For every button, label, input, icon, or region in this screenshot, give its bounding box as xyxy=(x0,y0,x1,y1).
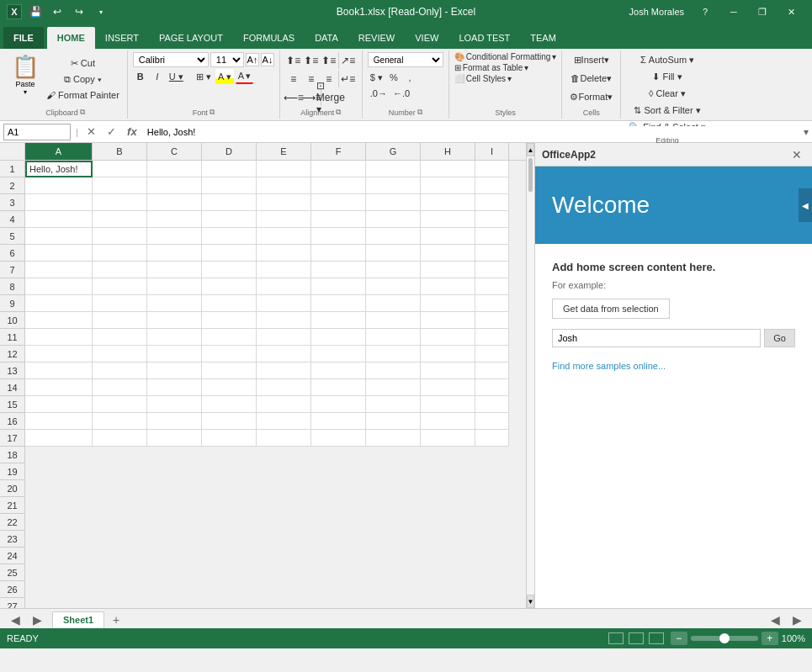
side-panel-input[interactable] xyxy=(552,329,761,347)
tab-review[interactable]: REVIEW xyxy=(348,27,405,49)
insert-function-btn[interactable]: fx xyxy=(124,124,141,140)
decrease-indent-btn[interactable]: ⟵≡ xyxy=(285,89,302,106)
row-header-20[interactable]: 20 xyxy=(0,480,25,497)
fill-color-btn[interactable]: A ▾ xyxy=(215,69,234,84)
tab-formulas[interactable]: FORMULAS xyxy=(233,27,305,49)
tab-data[interactable]: DATA xyxy=(305,27,348,49)
row-header-14[interactable]: 14 xyxy=(0,379,25,396)
increase-dec-btn[interactable]: .0→ xyxy=(368,86,390,101)
row-header-22[interactable]: 22 xyxy=(0,514,25,531)
comma-btn[interactable]: , xyxy=(402,70,417,85)
scroll-thumb[interactable] xyxy=(528,158,533,192)
row-header-1[interactable]: 1 xyxy=(0,161,25,177)
tab-file[interactable]: FILE xyxy=(3,27,44,49)
row-header-9[interactable]: 9 xyxy=(0,295,25,312)
insert-cells-btn[interactable]: ⊞ Insert ▾ xyxy=(567,52,615,67)
undo-btn[interactable]: ↩ xyxy=(49,3,66,20)
close-btn[interactable]: ✕ xyxy=(777,0,805,24)
minimize-btn[interactable]: ─ xyxy=(719,0,748,24)
tab-prev-btn[interactable]: ◀ xyxy=(767,611,783,628)
scroll-up-btn[interactable]: ▲ xyxy=(527,143,534,156)
row-header-10[interactable]: 10 xyxy=(0,312,25,329)
row-header-13[interactable]: 13 xyxy=(0,362,25,379)
cell-b1[interactable] xyxy=(93,161,147,177)
formula-input[interactable] xyxy=(144,126,800,138)
redo-btn[interactable]: ↪ xyxy=(71,3,88,20)
zoom-in-btn[interactable]: + xyxy=(762,632,778,645)
copy-btn[interactable]: ⧉ Copy ▾ xyxy=(44,71,122,87)
font-family-select[interactable]: Calibri xyxy=(133,52,209,67)
cell-g2[interactable] xyxy=(366,177,421,194)
row-header-19[interactable]: 19 xyxy=(0,463,25,480)
cell-a3[interactable] xyxy=(25,194,93,211)
scroll-down-btn[interactable]: ▼ xyxy=(527,595,534,608)
delete-dropdown[interactable]: ▾ xyxy=(607,73,612,84)
row-header-17[interactable]: 17 xyxy=(0,430,25,447)
cell-i1[interactable] xyxy=(475,161,509,177)
panel-collapse-btn[interactable]: ◀ xyxy=(799,188,812,222)
tab-next-btn[interactable]: ▶ xyxy=(788,611,805,628)
sheet-scroll-left-btn[interactable]: ◀ xyxy=(7,611,24,628)
number-expand[interactable]: ⧉ xyxy=(417,108,422,117)
cell-h1[interactable] xyxy=(421,161,475,177)
save-qat-btn[interactable]: 💾 xyxy=(27,3,44,20)
delete-cells-btn[interactable]: 🗑 Delete ▾ xyxy=(567,71,615,86)
row-header-16[interactable]: 16 xyxy=(0,413,25,430)
restore-btn[interactable]: ❐ xyxy=(748,0,777,24)
row-header-2[interactable]: 2 xyxy=(0,177,25,194)
insert-dropdown[interactable]: ▾ xyxy=(604,55,609,66)
cell-d1[interactable] xyxy=(202,161,257,177)
format-painter-btn[interactable]: 🖌 Format Painter xyxy=(44,87,122,103)
row-header-18[interactable]: 18 xyxy=(0,447,25,463)
cell-f2[interactable] xyxy=(311,177,366,194)
row-header-26[interactable]: 26 xyxy=(0,581,25,598)
row-header-12[interactable]: 12 xyxy=(0,346,25,362)
row-header-25[interactable]: 25 xyxy=(0,564,25,581)
paste-btn[interactable]: 📋 Paste ▾ xyxy=(8,52,42,98)
row-header-27[interactable]: 27 xyxy=(0,598,25,608)
col-header-d[interactable]: D xyxy=(202,143,257,160)
formula-expand-btn[interactable]: ▾ xyxy=(804,126,809,138)
row-header-24[interactable]: 24 xyxy=(0,548,25,564)
clipboard-expand[interactable]: ⧉ xyxy=(80,108,85,117)
format-cells-btn[interactable]: ⚙ Format ▾ xyxy=(567,89,615,104)
tab-load-test[interactable]: LOAD TEST xyxy=(448,27,520,49)
row-header-11[interactable]: 11 xyxy=(0,329,25,346)
zoom-thumb[interactable] xyxy=(719,633,730,643)
cell-h2[interactable] xyxy=(421,177,475,194)
col-header-e[interactable]: E xyxy=(257,143,311,160)
percent-btn[interactable]: % xyxy=(386,70,401,85)
sort-filter-btn[interactable]: ⇅ Sort & Filter ▾ xyxy=(626,103,709,118)
row-header-21[interactable]: 21 xyxy=(0,497,25,514)
cond-fmt-dropdown[interactable]: ▾ xyxy=(552,52,556,61)
font-increase-btn[interactable]: A↑ xyxy=(246,53,259,66)
row-header-6[interactable]: 6 xyxy=(0,245,25,262)
merge-center-btn[interactable]: ⊡ Merge ▾ xyxy=(322,89,339,106)
cell-c2[interactable] xyxy=(147,177,202,194)
underline-btn[interactable]: U ▾ xyxy=(167,69,186,84)
font-expand[interactable]: ⧉ xyxy=(210,108,215,117)
align-top-left-btn[interactable]: ⬆≡ xyxy=(285,52,302,69)
conditional-formatting-btn[interactable]: 🎨 Conditional Formatting ▾ xyxy=(454,52,557,61)
font-color-btn[interactable]: A ▾ xyxy=(236,69,254,84)
page-break-view-btn[interactable] xyxy=(649,632,664,644)
font-decrease-btn[interactable]: A↓ xyxy=(261,53,274,66)
row-header-4[interactable]: 4 xyxy=(0,211,25,228)
row-header-8[interactable]: 8 xyxy=(0,278,25,295)
autosum-btn[interactable]: Σ AutoSum ▾ xyxy=(626,52,709,67)
add-sheet-btn[interactable]: + xyxy=(108,611,125,628)
format-dropdown[interactable]: ▾ xyxy=(608,92,613,103)
help-btn[interactable]: ? xyxy=(691,0,719,24)
cell-styles-btn[interactable]: ⬜ Cell Styles ▾ xyxy=(454,74,557,83)
tab-team[interactable]: TEAM xyxy=(520,27,566,49)
confirm-formula-btn[interactable]: ✓ xyxy=(103,124,120,140)
orientation-btn[interactable]: ↗≡ xyxy=(340,52,357,69)
name-box[interactable] xyxy=(3,124,71,140)
cell-c1[interactable] xyxy=(147,161,202,177)
fmt-table-dropdown[interactable]: ▾ xyxy=(524,63,528,72)
cut-btn[interactable]: ✂ Cut xyxy=(44,56,122,71)
align-top-right-btn[interactable]: ⬆≡ xyxy=(321,52,337,69)
cell-e1[interactable] xyxy=(257,161,311,177)
align-left-btn[interactable]: ≡ xyxy=(285,71,302,87)
cell-e2[interactable] xyxy=(257,177,311,194)
